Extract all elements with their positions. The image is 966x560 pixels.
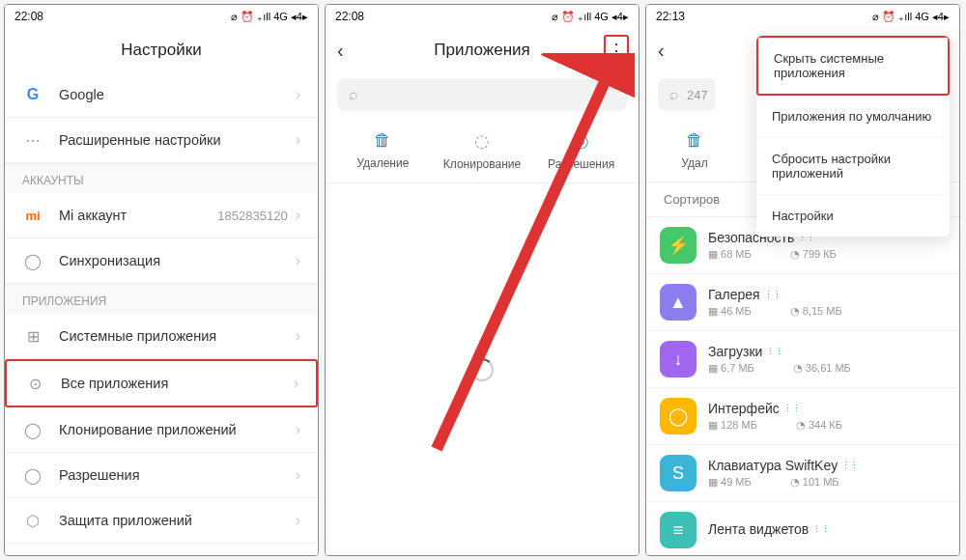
item-label: Google xyxy=(59,87,296,102)
action-permissions[interactable]: ◎ Разрешения xyxy=(538,130,625,171)
settings-item-advanced[interactable]: ⋯ Расширенные настройки › xyxy=(5,118,318,163)
app-cache: ◔ 799 КБ xyxy=(790,248,837,261)
settings-item-report[interactable]: ⊞ Отчет › xyxy=(5,544,318,555)
item-label: Все приложения xyxy=(61,376,294,391)
status-bar: 22:13 ⌀ ⏰ ₊ıll 4G ◂4▸ xyxy=(646,5,959,28)
settings-item-permissions[interactable]: ◯ Разрешения › xyxy=(5,453,318,498)
clock: 22:08 xyxy=(335,10,364,23)
app-row[interactable]: ≡ Лента виджетов ⋮⋮ xyxy=(646,502,959,555)
menu-settings[interactable]: Настройки xyxy=(756,195,950,237)
app-info: Интерфейс ⋮⋮ ▦ 128 МБ ◔ 344 КБ xyxy=(708,401,946,432)
app-meta: ▦ 6,7 МБ ◔ 36,61 МБ xyxy=(708,362,946,375)
page-title: Настройки xyxy=(121,41,201,60)
app-name: Интерфейс ⋮⋮ xyxy=(708,401,946,416)
settings-item-mi-account[interactable]: mi Mi аккаунт 1852835120 › xyxy=(5,193,318,238)
app-meta: ▦ 46 МБ ◔ 8,15 МБ xyxy=(708,305,946,318)
app-meta: ▦ 128 МБ ◔ 344 КБ xyxy=(708,419,946,432)
search-input[interactable]: ⌕ xyxy=(337,78,627,111)
header: ‹ Приложения ⋮ xyxy=(326,28,639,72)
app-row[interactable]: S Клавиатура SwiftKey ⋮⋮ ▦ 49 МБ ◔ 101 М… xyxy=(646,445,959,502)
search-input[interactable]: ⌕ 247 xyxy=(658,78,716,111)
grid-icon: ⊞ xyxy=(22,325,43,347)
settings-item-all-apps[interactable]: ⊙ Все приложения › xyxy=(5,359,318,407)
header: Настройки xyxy=(5,28,318,72)
clone-icon: ◯ xyxy=(22,419,43,440)
app-icon: ⚡ xyxy=(660,227,696,264)
app-icon: ◯ xyxy=(660,398,696,434)
page-title: Приложения xyxy=(434,41,529,60)
app-info: Клавиатура SwiftKey ⋮⋮ ▦ 49 МБ ◔ 101 МБ xyxy=(708,458,946,489)
search-icon: ⌕ xyxy=(349,86,358,103)
back-button[interactable]: ‹ xyxy=(658,40,665,62)
running-dot-icon: ⋮⋮ xyxy=(766,347,783,356)
permissions-icon: ◯ xyxy=(22,464,43,486)
chevron-right-icon: › xyxy=(296,421,300,438)
app-info: Загрузки ⋮⋮ ▦ 6,7 МБ ◔ 36,61 МБ xyxy=(708,344,946,375)
app-info: Галерея ⋮⋮ ▦ 46 МБ ◔ 8,15 МБ xyxy=(708,287,946,318)
app-meta: ▦ 68 МБ ◔ 799 КБ xyxy=(708,248,946,261)
action-delete[interactable]: 🗑 Удаление xyxy=(339,130,426,171)
app-name: Галерея ⋮⋮ xyxy=(708,287,946,302)
status-bar: 22:08 ⌀ ⏰ ₊ıll 4G ◂4▸ xyxy=(326,5,639,28)
app-info: Лента виджетов ⋮⋮ xyxy=(708,521,946,540)
running-dot-icon: ⋮⋮ xyxy=(783,404,801,413)
apps-list-screen: 22:13 ⌀ ⏰ ₊ıll 4G ◂4▸ ‹ ⌕ 247 🗑 Удал Сор… xyxy=(645,4,960,556)
settings-item-app-protection[interactable]: ⬡ Защита приложений › xyxy=(5,498,318,544)
app-row[interactable]: ↓ Загрузки ⋮⋮ ▦ 6,7 МБ ◔ 36,61 МБ xyxy=(646,331,959,388)
action-label: Клонирование xyxy=(443,157,521,171)
app-icon: ▲ xyxy=(660,284,696,321)
status-bar: 22:08 ⌀ ⏰ ₊ıll 4G ◂4▸ xyxy=(5,5,318,28)
app-row[interactable]: ◯ Интерфейс ⋮⋮ ▦ 128 МБ ◔ 344 КБ xyxy=(646,388,959,445)
settings-item-sync[interactable]: ◯ Синхронизация › xyxy=(5,238,318,284)
running-dot-icon: ⋮⋮ xyxy=(841,461,859,470)
app-cache: ◔ 36,61 МБ xyxy=(793,362,851,375)
clock: 22:13 xyxy=(656,10,685,23)
settings-item-google[interactable]: G Google › xyxy=(5,72,318,118)
settings-item-app-clone[interactable]: ◯ Клонирование приложений › xyxy=(5,407,318,453)
more-button[interactable]: ⋮ xyxy=(604,35,629,66)
item-label: Клонирование приложений xyxy=(59,422,296,437)
app-row[interactable]: ▲ Галерея ⋮⋮ ▦ 46 МБ ◔ 8,15 МБ xyxy=(646,274,959,331)
app-name: Загрузки ⋮⋮ xyxy=(708,344,946,359)
app-size: ▦ 128 МБ xyxy=(708,419,757,432)
app-icon: ≡ xyxy=(660,512,696,548)
menu-default-apps[interactable]: Приложения по умолчанию xyxy=(756,96,950,138)
chevron-right-icon: › xyxy=(296,131,300,149)
app-cache: ◔ 8,15 МБ xyxy=(790,305,842,318)
app-name: Лента виджетов ⋮⋮ xyxy=(708,521,946,537)
running-dot-icon: ⋮⋮ xyxy=(812,524,830,534)
item-label: Синхронизация xyxy=(59,253,296,268)
section-apps: ПРИЛОЖЕНИЯ xyxy=(5,284,318,314)
app-size: ▦ 68 МБ xyxy=(708,248,752,261)
action-delete[interactable]: 🗑 Удал xyxy=(666,130,724,170)
chevron-right-icon: › xyxy=(296,207,300,224)
apps-list[interactable]: ⚡ Безопасность ⋮⋮ ▦ 68 МБ ◔ 799 КБ ▲ Гал… xyxy=(646,217,959,555)
menu-reset[interactable]: Сбросить настройки приложений xyxy=(756,138,950,195)
action-label: Разрешения xyxy=(548,157,614,171)
section-accounts: АККАУНТЫ xyxy=(5,163,318,193)
app-size: ▦ 6,7 МБ xyxy=(708,362,754,375)
chevron-right-icon: › xyxy=(296,86,300,103)
action-label: Удаление xyxy=(356,156,409,170)
settings-screen: 22:08 ⌀ ⏰ ₊ıll 4G ◂4▸ Настройки G Google… xyxy=(4,4,319,556)
settings-item-system-apps[interactable]: ⊞ Системные приложения › xyxy=(5,314,318,359)
settings-list[interactable]: G Google › ⋯ Расширенные настройки › АКК… xyxy=(5,72,318,555)
overflow-menu: Скрыть системные приложения Приложения п… xyxy=(756,36,950,237)
app-icon: S xyxy=(660,455,696,491)
status-icons: ⌀ ⏰ ₊ıll 4G ◂4▸ xyxy=(552,11,629,23)
back-button[interactable]: ‹ xyxy=(337,40,344,62)
chevron-right-icon: › xyxy=(296,252,300,269)
item-label: Mi аккаунт xyxy=(59,208,217,223)
trash-icon: 🗑 xyxy=(686,130,703,151)
menu-hide-system[interactable]: Скрыть системные приложения xyxy=(756,36,950,96)
loading-area xyxy=(326,183,639,555)
app-meta: ▦ 49 МБ ◔ 101 МБ xyxy=(708,476,946,489)
action-clone[interactable]: ◌ Клонирование xyxy=(439,130,526,171)
apps-icon: ⊙ xyxy=(24,373,45,394)
chevron-right-icon: › xyxy=(294,375,298,392)
item-label: Защита приложений xyxy=(59,513,296,528)
app-size: ▦ 46 МБ xyxy=(708,305,752,318)
action-row: 🗑 Удаление ◌ Клонирование ◎ Разрешения xyxy=(326,117,639,183)
status-icons: ⌀ ⏰ ₊ıll 4G ◂4▸ xyxy=(231,11,308,23)
running-dot-icon: ⋮⋮ xyxy=(764,290,781,299)
